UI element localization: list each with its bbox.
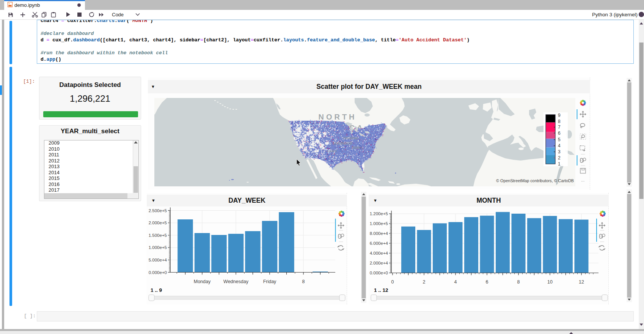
svg-text:0: 0 (391, 279, 394, 285)
svg-text:NORTH: NORTH (318, 113, 357, 121)
svg-text:6: 6 (558, 131, 561, 136)
svg-text:1.200e+5: 1.200e+5 (370, 211, 388, 216)
svg-text:6.000e+4: 6.000e+4 (370, 241, 388, 246)
svg-text:8: 8 (302, 279, 305, 284)
svg-text:12: 12 (579, 279, 584, 285)
svg-text:4.000e+4: 4.000e+4 (370, 251, 388, 255)
svg-text:⋯: ⋯ (581, 179, 585, 183)
svg-text:1.000e+5: 1.000e+5 (149, 245, 167, 250)
svg-text:4: 4 (454, 279, 457, 285)
svg-text:0.000e+0: 0.000e+0 (149, 270, 167, 275)
svg-text:2.500e+5: 2.500e+5 (149, 208, 167, 213)
svg-text:9: 9 (558, 113, 561, 118)
svg-text:1.500e+5: 1.500e+5 (149, 233, 167, 238)
svg-text:© OpenStreetMap contributors,: © OpenStreetMap contributors, © CartoDB (496, 178, 574, 183)
svg-text:7: 7 (558, 124, 561, 130)
svg-text:6: 6 (486, 279, 488, 285)
svg-text:8.000e+4: 8.000e+4 (370, 231, 388, 236)
svg-text:1.000e+5: 1.000e+5 (370, 221, 388, 226)
svg-text:Monday: Monday (194, 279, 211, 284)
svg-text:10: 10 (547, 279, 553, 285)
svg-text:0.000e+0: 0.000e+0 (370, 271, 388, 275)
svg-text:2.000e+4: 2.000e+4 (370, 261, 388, 265)
svg-text:5.000e+4: 5.000e+4 (149, 258, 167, 262)
svg-text:5: 5 (558, 137, 561, 142)
svg-text:2.000e+5: 2.000e+5 (149, 221, 167, 225)
svg-text:4: 4 (558, 143, 561, 148)
svg-text:1: 1 (558, 161, 561, 167)
svg-text:8: 8 (517, 279, 520, 285)
svg-text:Friday: Friday (263, 279, 276, 284)
svg-text:3: 3 (558, 149, 561, 154)
svg-text:8: 8 (558, 119, 561, 124)
svg-text:Wednesday: Wednesday (223, 279, 249, 284)
svg-text:2: 2 (558, 155, 561, 161)
svg-text:2: 2 (423, 279, 426, 285)
